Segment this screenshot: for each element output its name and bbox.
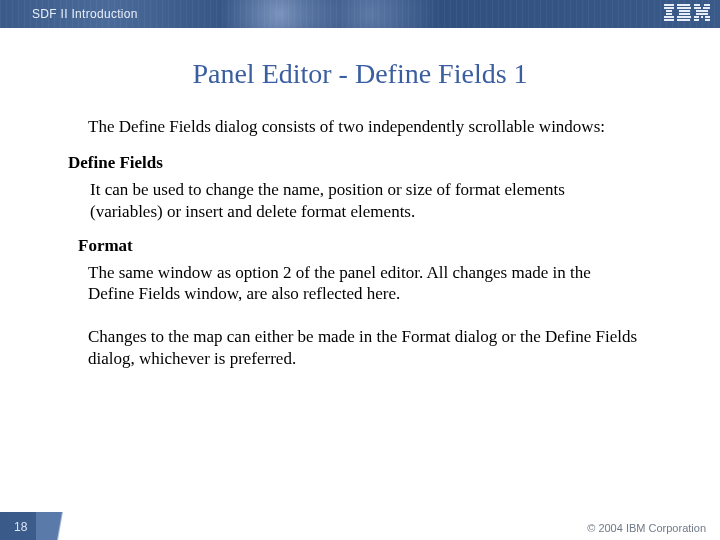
- section-heading-format: Format: [78, 236, 660, 256]
- svg-rect-5: [664, 19, 674, 21]
- section-heading-define-fields: Define Fields: [68, 153, 660, 173]
- svg-rect-21: [705, 16, 710, 18]
- svg-rect-11: [677, 19, 690, 21]
- svg-rect-16: [696, 10, 702, 12]
- svg-rect-3: [666, 13, 672, 15]
- svg-rect-0: [664, 4, 674, 6]
- svg-rect-7: [677, 7, 691, 9]
- page-number: 18: [14, 520, 27, 534]
- svg-rect-10: [677, 16, 691, 18]
- svg-rect-4: [664, 16, 674, 18]
- svg-rect-22: [694, 19, 699, 21]
- svg-rect-20: [701, 16, 703, 18]
- svg-rect-15: [703, 7, 710, 9]
- svg-rect-6: [677, 4, 690, 6]
- header-bar: SDF II Introduction: [0, 0, 720, 28]
- header-title: SDF II Introduction: [32, 7, 138, 21]
- svg-rect-1: [664, 7, 674, 9]
- svg-rect-12: [694, 4, 700, 6]
- section-body-format: The same window as option 2 of the panel…: [88, 262, 640, 305]
- svg-rect-23: [705, 19, 710, 21]
- ibm-logo-icon: [664, 4, 710, 22]
- svg-rect-19: [694, 16, 699, 18]
- svg-rect-17: [702, 10, 708, 12]
- svg-rect-9: [679, 13, 690, 15]
- footer-bar: 18 © 2004 IBM Corporation: [0, 512, 720, 540]
- svg-rect-14: [694, 7, 701, 9]
- slide-content: Panel Editor - Define Fields 1 The Defin…: [0, 28, 720, 369]
- svg-rect-13: [704, 4, 710, 6]
- svg-rect-2: [666, 10, 672, 12]
- svg-rect-8: [679, 10, 690, 12]
- copyright-text: © 2004 IBM Corporation: [587, 522, 706, 534]
- section-body-define-fields: It can be used to change the name, posit…: [90, 179, 640, 222]
- slide-title: Panel Editor - Define Fields 1: [60, 58, 660, 90]
- closing-text: Changes to the map can either be made in…: [88, 326, 640, 369]
- svg-rect-18: [696, 13, 708, 15]
- intro-text: The Define Fields dialog consists of two…: [88, 116, 640, 137]
